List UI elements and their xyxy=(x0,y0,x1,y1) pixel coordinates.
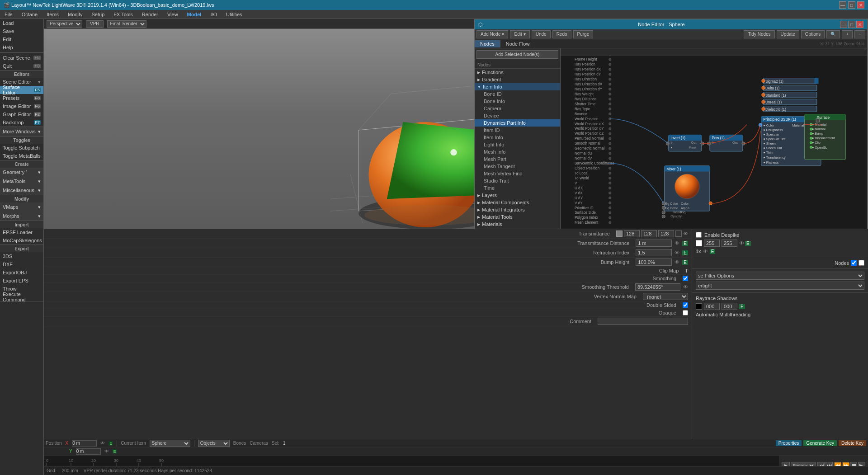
ne-add-selected-btn[interactable]: Add Selected Node(s) xyxy=(476,50,558,59)
sidebar-load[interactable]: Load xyxy=(0,19,43,27)
ne-add-node-btn[interactable]: Add Node ▾ xyxy=(476,30,508,38)
ne-zoom-in-btn[interactable]: + xyxy=(842,30,853,38)
ne-category-material-integrators[interactable]: ▶Material Integrators xyxy=(475,206,560,213)
current-item-select[interactable]: Sphere xyxy=(150,440,190,447)
prop-transmittance-eye-icon[interactable]: 👁 xyxy=(683,231,688,236)
ne-category-material-tools[interactable]: ▶Material Tools xyxy=(475,213,560,221)
menu-io[interactable]: I/O xyxy=(206,10,222,19)
ne-item-mesh-info[interactable]: Mesh Info xyxy=(475,148,560,155)
prop-bump-e-btn[interactable]: E xyxy=(682,260,688,265)
properties-btn[interactable]: Properties xyxy=(776,440,802,446)
delete-key-btn[interactable]: Delete Key xyxy=(839,440,866,446)
sidebar-export-eps[interactable]: Export EPS xyxy=(0,277,43,285)
prop-transmittance-distance-eye-icon[interactable]: 👁 xyxy=(675,240,679,246)
node-editor-close[interactable]: ✕ xyxy=(856,21,863,28)
sidebar-geometry[interactable]: Geometry '▾ xyxy=(0,168,43,177)
ne-category-item-info[interactable]: ▼ Item Info xyxy=(475,83,560,90)
sidebar-save[interactable]: Save xyxy=(0,27,43,35)
ne-update-btn[interactable]: Update xyxy=(777,30,799,38)
ne-category-gradient[interactable]: ▶ Gradient xyxy=(475,76,560,83)
ne-item-device[interactable]: Device xyxy=(475,112,560,119)
prop-smoothing-checkbox[interactable] xyxy=(683,276,688,281)
ne-category-math[interactable]: ▶Math xyxy=(475,228,560,229)
menu-file[interactable]: File xyxy=(0,10,17,19)
menu-fxtools[interactable]: FX Tools xyxy=(109,10,137,19)
prop-comment-input[interactable] xyxy=(598,318,688,325)
x-position-input[interactable] xyxy=(72,440,97,447)
ne-item-mesh-tangent[interactable]: Mesh Tangent xyxy=(475,163,560,170)
prop-smoothing-threshold-eye-icon[interactable]: 👁 xyxy=(683,284,688,290)
prop-bump-eye-icon[interactable]: 👁 xyxy=(675,259,679,265)
sidebar-graph-editor[interactable]: Graph Editor F2 xyxy=(0,110,43,118)
sidebar-more-windows[interactable]: More Windows ▾ xyxy=(0,127,43,136)
y-e-btn[interactable]: E xyxy=(113,449,117,454)
prop-refraction-eye-icon[interactable]: 👁 xyxy=(675,250,679,255)
rp-shadow-g[interactable] xyxy=(722,303,737,310)
minimize-button[interactable]: — xyxy=(839,1,846,9)
ne-category-layers[interactable]: ▶Layers xyxy=(475,192,560,199)
generate-key-btn[interactable]: Generate Key xyxy=(803,440,837,446)
ne-redo-btn[interactable]: Redo xyxy=(552,30,571,38)
prop-transmittance-distance-input[interactable] xyxy=(636,240,672,247)
sidebar-toggle-metaballs[interactable]: Toggle MetaBalls xyxy=(0,152,43,160)
ne-category-material-components[interactable]: ▶Material Components xyxy=(475,199,560,206)
sidebar-morphs[interactable]: Morphs▾ xyxy=(0,212,43,221)
prop-transmittance-b[interactable] xyxy=(658,230,674,237)
menu-modify[interactable]: Modify xyxy=(63,10,87,19)
sidebar-metatools[interactable]: MetaTools▾ xyxy=(0,177,43,186)
rp-despike-checkbox[interactable] xyxy=(696,232,702,238)
y-eye-icon[interactable]: 👁 xyxy=(104,449,109,454)
prop-transmittance-swatch[interactable] xyxy=(675,230,682,237)
ne-item-light-info[interactable]: Light Info xyxy=(475,141,560,148)
ne-item-bone-id[interactable]: Bone ID xyxy=(475,90,560,98)
x-e-btn[interactable]: E xyxy=(108,441,113,446)
rp-nodes-checkbox2[interactable] xyxy=(859,260,864,266)
ne-item-item-info[interactable]: Item Info xyxy=(475,134,560,141)
sidebar-dxf[interactable]: DXF xyxy=(0,260,43,268)
ne-tab-node-flow[interactable]: Node Flow xyxy=(500,40,536,47)
ne-category-functions[interactable]: ▶ Functions xyxy=(475,69,560,76)
x-eye-icon[interactable]: 👁 xyxy=(100,441,105,446)
node-editor-minimize[interactable]: — xyxy=(840,21,847,28)
prop-double-sided-checkbox[interactable] xyxy=(683,302,688,308)
ne-search-icon-btn[interactable]: 🔍 xyxy=(826,30,840,38)
rp-color-r[interactable] xyxy=(704,240,720,247)
sidebar-execute-command[interactable]: Execute Command xyxy=(0,293,43,301)
sidebar-exportobj[interactable]: ExportOBJ xyxy=(0,268,43,277)
sidebar-miscellaneous[interactable]: Miscellaneous▾ xyxy=(0,186,43,195)
prop-transmittance-color[interactable] xyxy=(616,230,623,237)
rp-color-e-btn[interactable]: E xyxy=(745,241,751,246)
ne-item-mesh-part[interactable]: Mesh Part xyxy=(475,155,560,163)
y-position-input[interactable] xyxy=(76,448,101,455)
sidebar-backdrop[interactable]: Backdrop F7 xyxy=(0,118,43,127)
menu-model[interactable]: Model xyxy=(183,10,206,19)
ne-undo-btn[interactable]: Undo xyxy=(532,30,551,38)
viewport-perspective-select[interactable]: Perspective xyxy=(47,20,82,28)
prop-transmittance-r[interactable] xyxy=(624,230,640,237)
viewport-vpr-btn[interactable]: VPR xyxy=(86,20,104,28)
prop-opaque-checkbox[interactable] xyxy=(683,310,688,315)
sidebar-mocap-skelegons[interactable]: MoCapSkelegons xyxy=(0,236,43,245)
rp-illumination-e-btn[interactable]: E xyxy=(710,249,716,254)
ne-options-btn[interactable]: Options xyxy=(801,30,825,38)
menu-items[interactable]: Items xyxy=(42,10,63,19)
ne-item-dynamics-part-info[interactable]: Dynamics Part Info xyxy=(475,119,560,127)
node-editor-maximize[interactable]: □ xyxy=(848,21,855,28)
viewport-render-select[interactable]: Final_Render xyxy=(107,20,146,28)
menu-octane[interactable]: Octane xyxy=(17,10,42,19)
ne-zoom-out-btn[interactable]: − xyxy=(854,30,865,38)
sidebar-vmaps[interactable]: VMaps▾ xyxy=(0,202,43,212)
sidebar-clear-scene[interactable]: Clear Scene+N xyxy=(0,54,43,62)
sidebar-help[interactable]: Help xyxy=(0,43,43,52)
rp-filter-select2[interactable]: ertight xyxy=(696,282,864,290)
prop-transmittance-g[interactable] xyxy=(641,230,657,237)
menu-render[interactable]: Render xyxy=(137,10,163,19)
prop-vertex-normal-select[interactable]: (none) xyxy=(643,293,688,300)
ne-item-camera[interactable]: Camera xyxy=(475,105,560,112)
ne-tab-nodes[interactable]: Nodes xyxy=(475,40,500,47)
ne-purge-btn[interactable]: Purge xyxy=(573,30,594,38)
rp-color-g[interactable] xyxy=(722,240,737,247)
ne-edit-btn[interactable]: Edit ▾ xyxy=(510,30,529,38)
rp-color-eye-icon[interactable]: 👁 xyxy=(739,240,744,246)
sidebar-3ds[interactable]: 3DS xyxy=(0,252,43,260)
